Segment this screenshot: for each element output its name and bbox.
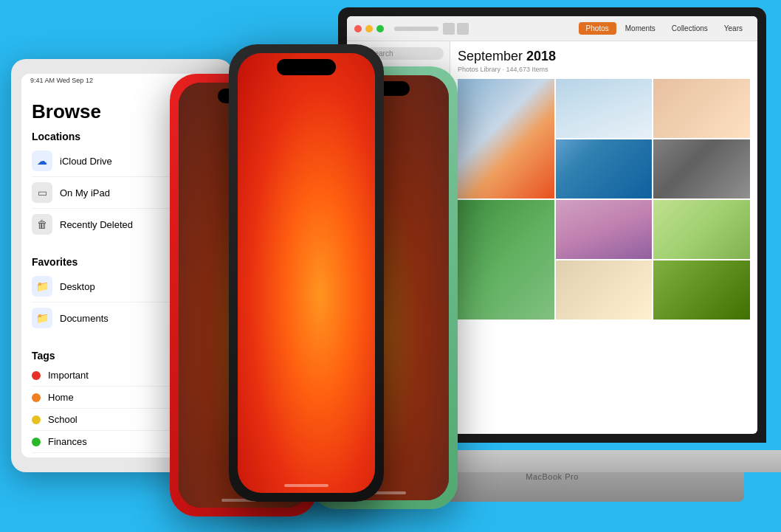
view-tabs: Photos Moments Collections Years	[579, 22, 750, 35]
orange-tag-icon	[32, 393, 41, 402]
nav-buttons	[443, 23, 469, 35]
red-tag-icon	[32, 371, 41, 380]
macbook-label: MacBook Pro	[526, 472, 579, 481]
photo-cell[interactable]	[653, 200, 750, 259]
item-label: Finances	[48, 436, 87, 447]
item-label: Home	[48, 392, 74, 403]
photo-cell[interactable]	[556, 79, 653, 138]
tab-photos[interactable]: Photos	[579, 22, 616, 35]
photos-toolbar: Photos Moments Collections Years	[347, 16, 757, 41]
folder-icon: 📁	[32, 308, 52, 328]
folder-icon: 📁	[32, 276, 52, 297]
photo-cell[interactable]	[556, 200, 653, 259]
iphone-front-screen	[238, 53, 375, 493]
favorites-label: Favorites	[32, 256, 78, 268]
minimize-button[interactable]	[365, 25, 373, 32]
photos-grid	[458, 79, 750, 321]
tab-moments[interactable]: Moments	[618, 22, 663, 35]
tab-years[interactable]: Years	[717, 22, 750, 35]
window-controls	[354, 25, 384, 32]
tags-label: Tags	[32, 350, 55, 362]
photo-cell[interactable]	[653, 79, 750, 138]
photos-main: September 2018 Photos Library · 144,673 …	[450, 41, 757, 434]
item-label: On My iPad	[60, 187, 110, 198]
green-tag-icon	[32, 438, 41, 446]
home-indicator	[284, 484, 328, 487]
item-label: Recently Deleted	[60, 219, 133, 230]
forward-button[interactable]	[457, 23, 469, 35]
photo-cell[interactable]	[653, 260, 750, 319]
tab-collections[interactable]: Collections	[664, 22, 715, 35]
photo-cell[interactable]	[556, 139, 653, 198]
iphone-front	[229, 44, 384, 502]
maximize-button[interactable]	[376, 25, 384, 32]
status-time: 9:41 AM Wed Sep 12	[30, 77, 93, 84]
trash-icon: 🗑	[32, 214, 52, 235]
back-button[interactable]	[443, 23, 455, 35]
item-label: Important	[48, 370, 89, 381]
progress-bar	[394, 27, 438, 31]
iphone-wallpaper	[238, 53, 375, 493]
photos-library-info: Photos Library · 144,673 Items	[458, 66, 750, 73]
item-label: Desktop	[60, 281, 95, 292]
iphone-notch	[277, 59, 336, 75]
photo-cell[interactable]	[458, 200, 554, 319]
photo-cell[interactable]	[653, 139, 750, 198]
ipad-icon: ▭	[32, 182, 52, 203]
icloud-icon: ☁	[32, 151, 52, 171]
photos-month-year: September 2018	[458, 49, 750, 64]
close-button[interactable]	[354, 25, 362, 32]
locations-label: Locations	[32, 131, 80, 142]
item-label: School	[48, 414, 78, 425]
yellow-tag-icon	[32, 415, 41, 424]
item-label: Documents	[60, 313, 109, 324]
photo-cell[interactable]	[556, 260, 653, 319]
photo-cell[interactable]	[458, 79, 554, 198]
item-label: iCloud Drive	[60, 156, 112, 167]
